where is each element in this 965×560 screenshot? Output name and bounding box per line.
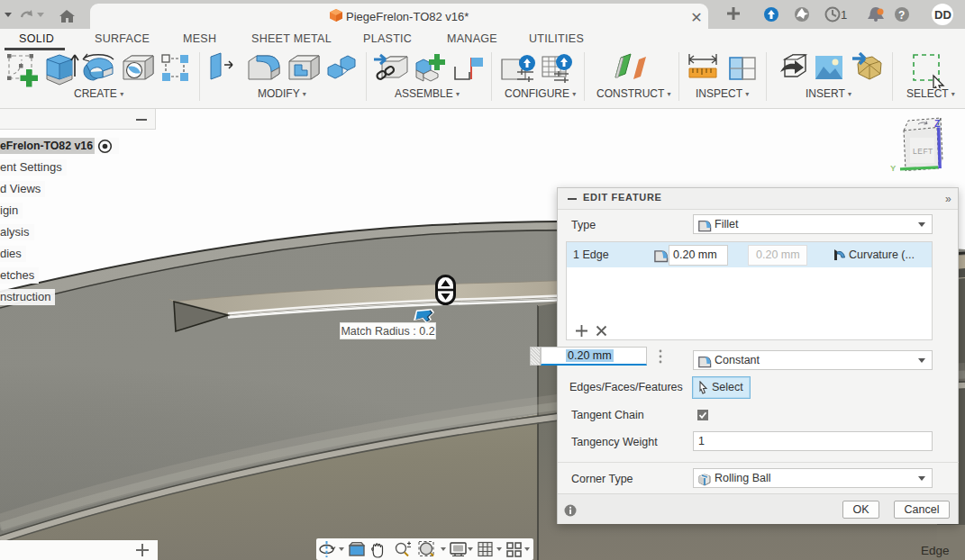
svg-text:1: 1 (841, 8, 847, 22)
svg-text:DD: DD (934, 8, 951, 22)
svg-text:?: ? (898, 9, 905, 22)
svg-text:Z: Z (934, 118, 941, 129)
svg-text:Y: Y (890, 163, 897, 173)
svg-text:LEFT: LEFT (913, 147, 933, 156)
